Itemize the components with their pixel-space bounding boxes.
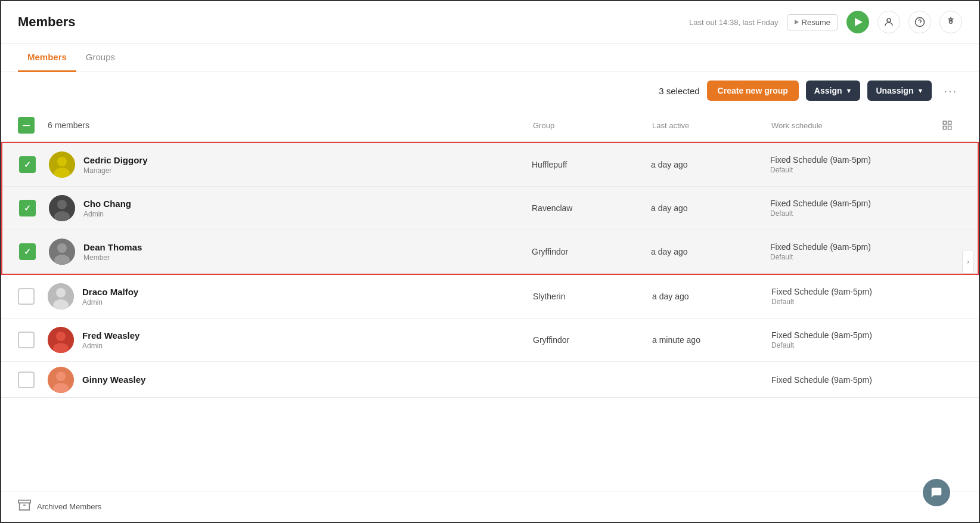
avatar-fred [48,327,74,353]
svg-point-9 [57,157,67,166]
member-name-cedric: Cedric Diggory [83,155,148,165]
user-icon-button[interactable] [877,11,900,33]
member-info-draco: Draco Malfoy Admin [48,283,533,310]
row-checkbox-draco[interactable] [18,288,35,305]
member-name-fred: Fred Weasley [82,330,139,341]
row-checkbox-cedric[interactable] [19,156,36,173]
svg-rect-7 [948,126,951,129]
table-header: 6 members Group Last active Work schedul… [1,109,979,142]
table-row: Fred Weasley Admin Gryffindor a minute a… [1,318,979,362]
row-checkbox-wrapper-cedric[interactable] [19,156,49,173]
tab-groups[interactable]: Groups [76,44,125,72]
member-info-ginny: Ginny Weasley [48,367,533,393]
svg-rect-6 [943,126,946,129]
group-cell-cedric: Hufflepuff [532,160,651,169]
select-all-checkbox-wrapper[interactable] [18,117,48,134]
archive-icon [18,499,31,515]
avatar-dean [49,239,75,265]
row-checkbox-wrapper-cho[interactable] [19,200,49,216]
avatar-draco [48,283,74,310]
row-checkbox-wrapper-draco[interactable] [18,288,48,305]
row-checkbox-dean[interactable] [19,243,36,260]
header-right: Last out 14:38, last Friday Resume [689,11,962,33]
assign-chevron-icon: ▼ [846,87,852,94]
member-role-draco: Admin [82,298,138,307]
tabs: Members Groups [1,44,979,72]
last-active-cho: a day ago [651,203,770,213]
row-checkbox-fred[interactable] [18,332,35,348]
member-role-cho: Admin [83,210,131,218]
page-title: Members [18,14,76,30]
svg-point-24 [56,372,66,381]
svg-point-15 [57,243,67,253]
member-info-fred: Fred Weasley Admin [48,327,533,353]
row-checkbox-ginny[interactable] [18,372,35,388]
svg-point-3 [950,21,953,24]
selected-count: 3 selected [659,86,699,96]
toolbar: 3 selected Create new group Assign ▼ Una… [1,72,979,109]
work-schedule-fred: Fixed Schedule (9am-5pm) Default [771,330,938,349]
group-cell-fred: Gryffindor [533,335,652,345]
row-checkbox-cho[interactable] [19,200,36,216]
svg-point-12 [57,200,67,209]
row-checkbox-wrapper-fred[interactable] [18,332,48,348]
work-schedule-cho: Fixed Schedule (9am-5pm) Default [770,199,937,218]
table-row: Ginny Weasley Fixed Schedule (9am-5pm) [1,362,979,398]
header: Members Last out 14:38, last Friday Resu… [1,1,979,44]
member-details-cedric: Cedric Diggory Manager [83,155,148,175]
member-role-dean: Member [83,253,142,262]
member-details-fred: Fred Weasley Admin [82,330,139,350]
unassign-label: Unassign [876,86,913,95]
table-row: Draco Malfoy Admin Slytherin a day ago F… [1,275,979,318]
unassign-chevron-icon: ▼ [917,87,923,94]
work-schedule-dean: Fixed Schedule (9am-5pm) Default [770,242,937,261]
table-row: Cedric Diggory Manager Hufflepuff a day … [2,143,978,187]
more-options-button[interactable]: ··· [939,82,962,100]
tab-members[interactable]: Members [18,44,76,72]
start-button[interactable] [846,11,869,33]
work-schedule-ginny: Fixed Schedule (9am-5pm) [771,375,938,385]
work-schedule-draco: Fixed Schedule (9am-5pm) Default [771,287,938,306]
member-info-cho: Cho Chang Admin [49,195,532,221]
assign-button[interactable]: Assign ▼ [806,81,861,101]
help-button[interactable] [908,11,931,33]
last-active-draco: a day ago [652,292,771,301]
svg-point-21 [56,332,66,341]
row-checkbox-wrapper-ginny[interactable] [18,372,48,388]
create-new-group-button[interactable]: Create new group [707,81,799,101]
last-out-text: Last out 14:38, last Friday [689,18,779,27]
footer: Archived Members [1,491,979,522]
work-schedule-cedric: Fixed Schedule (9am-5pm) Default [770,155,937,174]
last-active-fred: a minute ago [652,335,771,345]
scroll-right-button[interactable]: › [962,250,974,274]
avatar-cho [49,195,75,221]
member-details-cho: Cho Chang Admin [83,199,131,218]
last-active-cedric: a day ago [651,160,770,169]
member-name-dean: Dean Thomas [83,242,142,252]
col-header-group: Group [533,121,652,130]
group-cell-cho: Ravenclaw [532,203,651,213]
play-icon-sm [795,20,799,24]
archive-label: Archived Members [37,502,101,511]
group-cell-draco: Slytherin [533,292,652,301]
row-checkbox-wrapper-dean[interactable] [19,243,49,260]
member-role-fred: Admin [82,342,139,350]
settings-button[interactable] [939,11,962,33]
svg-point-18 [56,288,66,298]
member-details-dean: Dean Thomas Member [83,242,142,262]
avatar-cedric [49,151,75,178]
svg-rect-4 [943,121,946,124]
col-header-name: 6 members [48,120,533,131]
last-active-dean: a day ago [651,247,770,256]
resume-button[interactable]: Resume [787,14,838,30]
select-all-checkbox[interactable] [18,117,35,134]
group-cell-dean: Gryffindor [532,247,651,256]
chat-button[interactable] [923,479,950,506]
col-header-last-active: Last active [652,121,771,130]
unassign-button[interactable]: Unassign ▼ [867,81,932,101]
assign-label: Assign [814,86,842,95]
table-settings-icon[interactable] [938,116,956,134]
avatar-ginny [48,367,74,393]
selected-rows-section: Cedric Diggory Manager Hufflepuff a day … [1,142,979,275]
member-name-cho: Cho Chang [83,199,131,209]
